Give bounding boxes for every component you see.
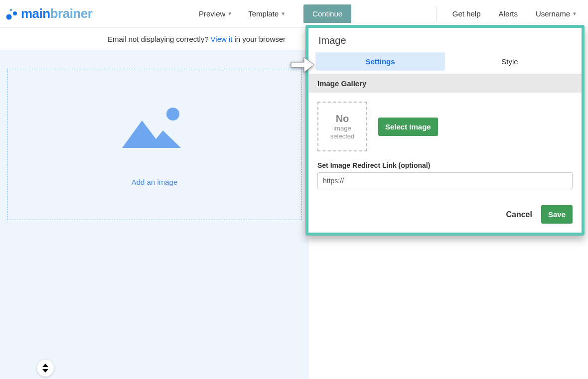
tab-settings[interactable]: Settings bbox=[315, 52, 445, 71]
nav-preview[interactable]: Preview ▼ bbox=[197, 6, 234, 21]
no-image-line1: No bbox=[336, 113, 349, 125]
nav-username[interactable]: Username ▼ bbox=[534, 6, 579, 21]
reorder-handle[interactable] bbox=[37, 360, 54, 377]
nav-preview-label: Preview bbox=[199, 9, 225, 18]
save-button[interactable]: Save bbox=[541, 205, 573, 224]
image-drop-zone[interactable]: Add an image bbox=[7, 69, 302, 220]
app-header: mainbrainer Preview ▼ Template ▼ Continu… bbox=[0, 0, 588, 28]
no-image-line2: image bbox=[333, 125, 351, 132]
nav-alerts[interactable]: Alerts bbox=[497, 6, 520, 21]
svg-point-0 bbox=[6, 14, 12, 19]
redirect-link-label: Set Image Redirect Link (optional) bbox=[317, 161, 573, 169]
continue-button[interactable]: Continue bbox=[303, 4, 351, 23]
nav-right: Get help Alerts Username ▼ bbox=[436, 6, 579, 21]
panel-tabs: Settings Style bbox=[308, 52, 582, 74]
image-placeholder-icon bbox=[117, 103, 192, 153]
logo-icon bbox=[5, 6, 20, 21]
pointer-arrow-icon bbox=[290, 56, 315, 74]
caret-down-icon: ▼ bbox=[572, 11, 577, 16]
caret-down-icon: ▼ bbox=[227, 11, 232, 16]
tab-style[interactable]: Style bbox=[445, 52, 575, 71]
infobar-prefix: Email not displaying correctly? bbox=[108, 35, 209, 43]
divider bbox=[436, 6, 437, 21]
cancel-button[interactable]: Cancel bbox=[506, 210, 532, 219]
nav-template[interactable]: Template ▼ bbox=[246, 6, 288, 21]
nav-username-label: Username bbox=[536, 9, 570, 18]
logo[interactable]: mainbrainer bbox=[5, 6, 92, 21]
nav-template-label: Template bbox=[248, 9, 279, 18]
panel-footer: Cancel Save bbox=[308, 198, 582, 233]
caret-down-icon: ▼ bbox=[281, 11, 286, 16]
redirect-link-input[interactable] bbox=[317, 172, 573, 189]
image-settings-panel: Image Settings Style Image Gallery No im… bbox=[305, 25, 585, 236]
image-drop-label: Add an image bbox=[132, 178, 178, 186]
gallery-row: No image selected Select Image bbox=[317, 102, 573, 151]
canvas-column: Add an image bbox=[0, 50, 309, 379]
svg-point-3 bbox=[166, 108, 179, 121]
infobar-link[interactable]: View it bbox=[211, 35, 233, 43]
section-gallery-header: Image Gallery bbox=[308, 74, 582, 93]
sort-icon bbox=[42, 364, 49, 373]
select-image-button[interactable]: Select Image bbox=[378, 118, 438, 136]
svg-point-2 bbox=[10, 8, 12, 11]
infobar-suffix: in your browser bbox=[235, 35, 286, 43]
no-image-thumbnail: No image selected bbox=[317, 102, 367, 151]
no-image-line3: selected bbox=[330, 132, 354, 140]
nav-center: Preview ▼ Template ▼ Continue bbox=[197, 4, 351, 23]
section-gallery-body: No image selected Select Image Set Image… bbox=[308, 93, 582, 198]
svg-point-1 bbox=[13, 11, 17, 15]
nav-help[interactable]: Get help bbox=[450, 6, 483, 21]
logo-text: mainbrainer bbox=[21, 6, 92, 21]
panel-title: Image bbox=[308, 28, 582, 52]
